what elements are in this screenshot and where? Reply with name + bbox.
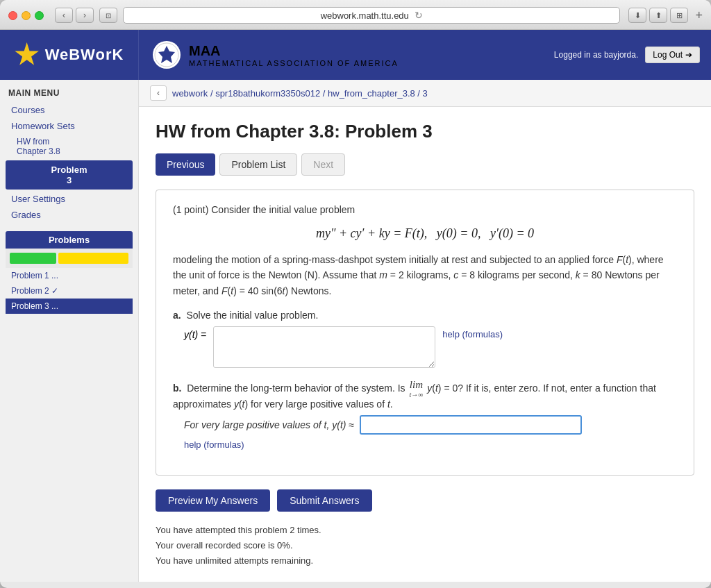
content-area: ‹ webwork / spr18bathukorm3350s012 / hw_…: [139, 80, 711, 582]
share-button[interactable]: ⬆: [649, 8, 667, 23]
back-button[interactable]: ‹: [55, 8, 73, 23]
sidebar-item-grades[interactable]: Grades: [0, 207, 138, 223]
breadcrumb-path: webwork / spr18bathukorm3350s012 / hw_fr…: [172, 88, 428, 99]
breadcrumb-back-button[interactable]: ‹: [150, 85, 167, 101]
part-a-answer-label: y(t) =: [184, 326, 206, 340]
part-b-answer-label: For very large positive values of t, y(t…: [184, 419, 354, 430]
header-right: Logged in as bayjorda. Log Out ➔: [554, 47, 711, 63]
maa-logo-icon: [153, 41, 181, 69]
browser-window: ‹ › ⊡ webwork.math.ttu.edu ↻ ⬇ ⬆ ⊞ + WeB…: [0, 0, 711, 588]
sidebar-item-user-settings[interactable]: User Settings: [0, 191, 138, 207]
action-buttons: Preview My Answers Submit Answers: [156, 489, 694, 512]
content-body: HW from Chapter 3.8: Problem 3 Previous …: [139, 107, 711, 582]
logo-section: WeBWorK: [0, 30, 139, 80]
problem-intro: (1 point) Consider the initial value pro…: [173, 204, 677, 215]
sidebar-hw-from[interactable]: HW from Chapter 3.8: [0, 134, 138, 159]
problems-title: Problems: [6, 231, 133, 249]
status-text: You have attempted this problem 2 times.…: [156, 523, 694, 569]
problem-description: modeling the motion of a spring-mass-das…: [173, 252, 677, 299]
sidebar-item-homework-sets[interactable]: Homework Sets: [0, 118, 138, 134]
webwork-star-icon: [15, 42, 40, 67]
maa-title: MAA: [189, 43, 399, 59]
site-header: WeBWorK MAA MATHEMATICAL ASSOCIATION OF …: [0, 30, 711, 80]
part-b-answer-input[interactable]: [360, 415, 582, 435]
breadcrumb-bar: ‹ webwork / spr18bathukorm3350s012 / hw_…: [139, 80, 711, 107]
minimize-button[interactable]: [22, 11, 31, 20]
main-area: MAIN MENU Courses Homework Sets HW from …: [0, 80, 711, 582]
progress-green: [10, 253, 56, 264]
problem-part-b: b. Determine the long-term behavior of t…: [173, 379, 677, 450]
close-button[interactable]: [8, 11, 17, 20]
progress-yellow: [58, 253, 128, 264]
part-b-text: b. Determine the long-term behavior of t…: [173, 379, 677, 410]
submit-button[interactable]: Submit Answers: [277, 489, 371, 512]
sidebar-problem-active: Problem3: [6, 160, 133, 190]
browser-titlebar: ‹ › ⊡ webwork.math.ttu.edu ↻ ⬇ ⬆ ⊞ +: [0, 0, 711, 30]
forward-button[interactable]: ›: [76, 8, 94, 23]
download-button[interactable]: ⬇: [628, 8, 646, 23]
back-icon: ‹: [62, 10, 65, 20]
previous-button[interactable]: Previous: [156, 153, 215, 176]
maa-subtitle: MATHEMATICAL ASSOCIATION OF AMERICA: [189, 59, 399, 67]
problems-progress: [6, 249, 133, 268]
part-a-answer-input[interactable]: [213, 326, 435, 368]
logged-in-text: Logged in as bayjorda.: [554, 50, 638, 60]
webwork-logo-text: WeBWorK: [45, 46, 124, 64]
logout-label: Log Out: [653, 50, 683, 60]
problems-section: Problems Problem 1 ... Problem 2 ✓ Probl…: [6, 231, 133, 314]
part-b-help-link[interactable]: help (formulas): [184, 437, 244, 450]
next-button: Next: [301, 153, 345, 176]
window-button[interactable]: ⊡: [99, 8, 117, 23]
sidebar: MAIN MENU Courses Homework Sets HW from …: [0, 80, 139, 582]
status-line1: You have attempted this problem 2 times.: [156, 523, 694, 538]
part-a-label: a. Solve the initial value problem.: [173, 310, 677, 321]
problem-box: (1 point) Consider the initial value pro…: [156, 190, 694, 476]
status-line2: Your overall recorded score is 0%.: [156, 538, 694, 553]
sidebar-problem1[interactable]: Problem 1 ...: [6, 268, 133, 283]
url-text: webwork.math.ttu.edu: [321, 10, 409, 21]
status-line3: You have unlimited attempts remaining.: [156, 553, 694, 569]
traffic-lights: [8, 11, 44, 20]
math-equation: my″ + cy′ + ky = F(t), y(0) = 0, y′(0) =…: [173, 226, 677, 241]
back-icon: ‹: [157, 88, 160, 98]
part-a-help-link[interactable]: help (formulas): [442, 326, 503, 339]
address-bar[interactable]: webwork.math.ttu.edu ↻: [123, 7, 620, 24]
logout-button[interactable]: Log Out ➔: [645, 47, 700, 63]
logout-icon: ➔: [685, 50, 692, 60]
tabs-button[interactable]: ⊞: [670, 8, 688, 23]
sidebar-problem2[interactable]: Problem 2 ✓: [6, 283, 133, 299]
new-tab-button[interactable]: +: [695, 8, 703, 23]
sidebar-item-courses[interactable]: Courses: [0, 102, 138, 118]
main-menu-title: MAIN MENU: [0, 80, 138, 102]
reload-icon[interactable]: ↻: [415, 10, 423, 21]
maximize-button[interactable]: [35, 11, 44, 20]
problem-list-button[interactable]: Problem List: [219, 153, 297, 176]
maa-text-block: MAA MATHEMATICAL ASSOCIATION OF AMERICA: [189, 43, 399, 67]
maa-section: MAA MATHEMATICAL ASSOCIATION OF AMERICA: [139, 41, 554, 69]
nav-buttons: Previous Problem List Next: [156, 153, 694, 176]
preview-button[interactable]: Preview My Answers: [156, 489, 270, 512]
problem-part-a: a. Solve the initial value problem. y(t)…: [173, 310, 677, 368]
page-title: HW from Chapter 3.8: Problem 3: [156, 121, 694, 142]
sidebar-problem3[interactable]: Problem 3 ...: [6, 299, 133, 314]
window-icon: ⊡: [106, 12, 111, 19]
limit-notation: lim t→∞: [409, 379, 423, 398]
part-a-answer-row: y(t) = help (formulas): [173, 326, 677, 368]
part-b-answer-row: For very large positive values of t, y(t…: [173, 415, 677, 435]
forward-icon: ›: [83, 10, 86, 20]
